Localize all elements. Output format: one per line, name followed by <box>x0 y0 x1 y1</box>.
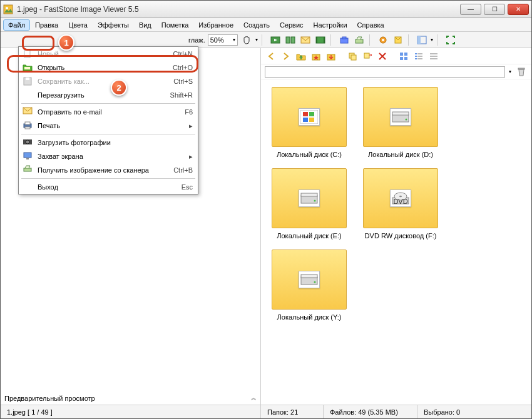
forward-icon[interactable] <box>280 50 292 63</box>
drive-icon <box>299 108 320 126</box>
menu-settings[interactable]: Настройки <box>309 19 352 31</box>
nav-toolbar <box>261 48 531 64</box>
menu-item-exit[interactable]: ВыходEsc <box>19 180 198 194</box>
thumbnail-grid: Локальный диск (C:)Локальный диск (D:)Ло… <box>261 79 531 405</box>
menu-item-saveas[interactable]: Сохранить как...Ctrl+S <box>19 74 198 88</box>
close-button[interactable]: ✕ <box>508 4 529 15</box>
svg-rect-35 <box>400 53 403 56</box>
svg-rect-54 <box>392 114 409 122</box>
view-list-icon[interactable] <box>427 50 440 63</box>
svg-point-26 <box>26 140 29 144</box>
app-window: 1.jpeg - FastStone Image Viewer 5.5 — ☐ … <box>0 0 532 419</box>
open-folder-icon <box>23 63 33 73</box>
svg-rect-36 <box>404 53 407 56</box>
menu-tools[interactable]: Сервис <box>275 19 309 31</box>
drive-item[interactable]: Локальный диск (D:) <box>360 87 441 158</box>
titlebar: 1.jpeg - FastStone Image Viewer 5.5 — ☐ … <box>1 1 531 18</box>
svg-point-62 <box>399 196 402 198</box>
menu-item-new[interactable]: НовыйCtrl+N <box>19 47 198 61</box>
zoom-select[interactable]: 50%▾ <box>208 34 238 46</box>
minimize-button[interactable]: — <box>460 4 481 15</box>
svg-rect-39 <box>415 53 417 54</box>
svg-point-1 <box>6 7 8 9</box>
svg-text:DVD: DVD <box>393 198 407 205</box>
fav-folder-icon[interactable] <box>310 50 322 63</box>
drive-thumbnail <box>363 87 438 147</box>
strip-icon[interactable] <box>314 34 327 46</box>
skin-icon[interactable] <box>392 34 404 46</box>
status-selected: Выбрано: 0 <box>417 405 531 418</box>
svg-rect-20 <box>26 78 29 80</box>
menu-item-scan[interactable]: Получить изображение со сканераCtrl+B <box>19 163 198 177</box>
drive-thumbnail <box>272 87 347 147</box>
menu-item-email[interactable]: Отправить по e-mailF6 <box>19 105 198 119</box>
address-input[interactable] <box>265 66 505 78</box>
capture-icon[interactable] <box>338 34 350 46</box>
statusbar: 1.jpeg [ 1 / 49 ] Папок: 21 Файлов: 49 (… <box>1 405 531 418</box>
menu-tag[interactable]: Пометка <box>156 19 194 31</box>
drive-label: Локальный диск (E:) <box>277 232 342 240</box>
svg-rect-28 <box>26 158 29 159</box>
svg-rect-17 <box>24 50 30 58</box>
menubar: Файл Правка Цвета Эффекты Вид Пометка Из… <box>1 18 531 32</box>
svg-rect-46 <box>430 56 437 57</box>
email-icon[interactable] <box>299 34 312 46</box>
collapse-icon[interactable]: ︽ <box>251 394 257 402</box>
menu-favorites[interactable]: Избранное <box>193 19 238 31</box>
svg-rect-37 <box>400 57 403 60</box>
menu-colors[interactable]: Цвета <box>63 19 93 31</box>
drive-thumbnail <box>272 250 347 310</box>
svg-rect-8 <box>324 37 325 43</box>
compare-icon[interactable] <box>284 34 297 46</box>
menu-help[interactable]: Справка <box>352 19 389 31</box>
svg-point-56 <box>406 119 407 121</box>
menu-item-reload[interactable]: ПерезагрузитьShift+R <box>19 88 198 102</box>
fullscreen-icon[interactable] <box>444 34 457 46</box>
back-icon[interactable] <box>265 50 277 63</box>
file-dropdown: НовыйCtrl+N ОткрытьCtrl+O Сохранить как.… <box>18 46 198 194</box>
address-bar-row: ▾ <box>261 64 531 79</box>
download-folder-icon[interactable] <box>325 50 337 63</box>
drive-item[interactable]: DVDDVD RW дисковод (F:) <box>360 168 441 240</box>
menu-file[interactable]: Файл <box>3 19 30 31</box>
drive-item[interactable]: Локальный диск (E:) <box>269 168 350 240</box>
menu-effects[interactable]: Эффекты <box>93 19 134 31</box>
slideshow-icon[interactable] <box>269 34 282 46</box>
svg-rect-52 <box>303 118 308 122</box>
copy-icon[interactable] <box>346 50 359 63</box>
move-icon[interactable] <box>361 50 374 63</box>
drive-item[interactable]: Локальный диск (Y:) <box>269 250 350 321</box>
svg-point-66 <box>314 281 316 283</box>
menu-item-open[interactable]: ОткрытьCtrl+O <box>19 61 198 74</box>
up-folder-icon[interactable] <box>295 50 307 63</box>
maximize-button[interactable]: ☐ <box>484 4 505 15</box>
menu-item-upload[interactable]: Загрузить фотографии <box>19 136 198 149</box>
menu-create[interactable]: Создать <box>238 19 275 31</box>
save-icon <box>23 76 33 86</box>
monitor-icon <box>23 151 33 161</box>
view-thumb-icon[interactable] <box>397 50 410 63</box>
menu-item-print[interactable]: Печать▸ <box>19 119 198 133</box>
svg-rect-53 <box>309 118 314 122</box>
view-detail-icon[interactable] <box>412 50 425 63</box>
drive-thumbnail <box>272 168 347 228</box>
trash-icon[interactable] <box>515 66 528 78</box>
svg-rect-47 <box>430 58 437 59</box>
svg-rect-33 <box>351 55 356 60</box>
svg-rect-10 <box>342 37 346 39</box>
svg-rect-44 <box>417 58 422 59</box>
drive-label: Локальный диск (D:) <box>368 151 433 158</box>
hand-icon[interactable] <box>240 34 253 46</box>
layout-icon[interactable] <box>416 34 428 46</box>
drive-icon <box>390 108 411 126</box>
scan-icon[interactable] <box>353 34 366 46</box>
menu-item-capture[interactable]: Захват экрана▸ <box>19 149 198 163</box>
svg-rect-65 <box>301 275 317 278</box>
drive-item[interactable]: Локальный диск (C:) <box>269 87 350 158</box>
menu-view[interactable]: Вид <box>134 19 156 31</box>
status-file: 1.jpeg [ 1 / 49 ] <box>1 405 261 418</box>
delete-icon[interactable] <box>376 50 389 63</box>
gear-icon[interactable] <box>377 34 389 46</box>
svg-rect-51 <box>309 112 314 116</box>
menu-edit[interactable]: Правка <box>30 19 63 31</box>
